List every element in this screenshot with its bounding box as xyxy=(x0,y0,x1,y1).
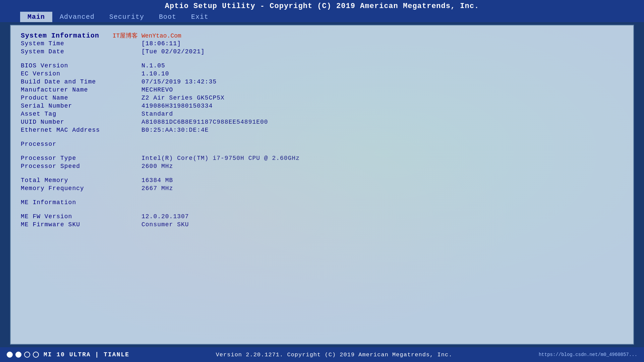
bottom-bar: MI 10 ULTRA | TIANLE Version 2.20.1271. … xyxy=(0,347,644,362)
watermark: IT屋博客 WenYtao.Com xyxy=(113,33,181,39)
info-row: Memory Frequency 2667 MHz xyxy=(21,184,623,192)
info-label: Asset Tag xyxy=(21,111,141,117)
info-row: Serial Number419086H31980150334 xyxy=(21,102,623,110)
info-value: A810881DC6B8E91187C988EE54891E00 xyxy=(141,119,268,125)
info-value: 1.10.10 xyxy=(141,70,169,77)
info-label: Build Date and Time xyxy=(21,78,141,85)
info-label: Total Memory xyxy=(21,177,141,184)
dot-indicators xyxy=(7,352,39,358)
info-label: System Date xyxy=(21,48,141,55)
info-label: System Time xyxy=(21,40,141,47)
info-label: Processor xyxy=(21,141,141,147)
dot-indicator xyxy=(15,352,21,358)
info-value: MECHREVO xyxy=(141,86,173,93)
info-row: UUID NumberA810881DC6B8E91187C988EE54891… xyxy=(21,118,623,126)
info-row: Manufacturer NameMECHREVO xyxy=(21,86,623,94)
info-row: Total Memory16384 MB xyxy=(21,176,623,184)
info-row: Build Date and Time07/15/2019 13:42:35 xyxy=(21,78,623,86)
menu-tab-exit[interactable]: Exit xyxy=(184,12,216,22)
bottom-label: MI 10 ULTRA | TIANLE xyxy=(44,351,129,358)
info-label: UUID Number xyxy=(21,119,141,125)
info-row: BIOS VersionN.1.05 xyxy=(21,62,623,70)
info-value: N.1.05 xyxy=(141,62,165,69)
dot-indicator xyxy=(7,352,13,358)
menu-tab-boot[interactable]: Boot xyxy=(152,12,184,22)
menu-tab-main[interactable]: Main xyxy=(20,12,52,22)
info-label: ME Information xyxy=(21,199,141,206)
section-title: System Information xyxy=(21,32,99,40)
info-row: Processor xyxy=(21,140,623,148)
info-label: Ethernet MAC Address xyxy=(21,127,141,133)
bottom-version: Version 2.20.1271. Copyright (C) 2019 Am… xyxy=(216,352,453,358)
info-row: System Date[Tue 02/02/2021] xyxy=(21,48,623,56)
info-label: ME Firmware SKU xyxy=(21,221,141,228)
info-value: 12.0.20.1307 xyxy=(141,213,189,220)
info-value: [Tue 02/02/2021] xyxy=(141,48,205,55)
info-label: Serial Number xyxy=(21,103,141,109)
info-row: Ethernet MAC AddressB0:25:AA:30:DE:4E xyxy=(21,126,623,134)
info-fields: System Time[18:06:11]System Date[Tue 02/… xyxy=(21,40,623,229)
menu-tabs: MainAdvancedSecurityBootExit xyxy=(0,12,644,22)
bios-screen: Aptio Setup Utility - Copyright (C) 2019… xyxy=(0,0,644,362)
info-row: Product NameZ2 Air Series GK5CP5X xyxy=(21,94,623,102)
info-value: Consumer SKU xyxy=(141,221,189,228)
info-label: Processor Speed xyxy=(21,163,141,170)
content-area: System Information IT屋博客 WenYtao.Com Sys… xyxy=(10,25,634,345)
info-value: B0:25:AA:30:DE:4E xyxy=(141,127,209,133)
info-row: Asset TagStandard xyxy=(21,110,623,118)
info-value: Z2 Air Series GK5CP5X xyxy=(141,95,225,101)
info-value: 16384 MB xyxy=(141,177,173,184)
info-label: EC Version xyxy=(21,70,141,77)
info-value: 419086H31980150334 xyxy=(141,103,213,109)
bottom-url: https://blog.csdn.net/m0_4960857... xyxy=(539,352,637,357)
section-header: System Information IT屋博客 WenYtao.Com xyxy=(21,32,623,40)
info-row: EC Version1.10.10 xyxy=(21,70,623,78)
info-value: 07/15/2019 13:42:35 xyxy=(141,78,217,85)
info-label: Processor Type xyxy=(21,155,141,162)
info-value: 2600 MHz xyxy=(141,163,173,170)
info-value: Standard xyxy=(141,111,173,117)
info-label: Manufacturer Name xyxy=(21,86,141,93)
bottom-left: MI 10 ULTRA | TIANLE xyxy=(7,351,129,358)
menu-tab-security[interactable]: Security xyxy=(102,12,152,22)
info-row: ME Firmware SKUConsumer SKU xyxy=(21,221,623,229)
info-row: ME Information xyxy=(21,198,623,206)
info-row: ME FW Version12.0.20.1307 xyxy=(21,213,623,221)
info-value: 2667 MHz xyxy=(141,185,173,192)
info-row: Processor Speed2600 MHz xyxy=(21,162,623,170)
info-label: Memory Frequency xyxy=(21,185,141,192)
header-title: Aptio Setup Utility - Copyright (C) 2019… xyxy=(0,2,644,12)
menu-tab-advanced[interactable]: Advanced xyxy=(52,12,102,22)
info-value: Intel(R) Core(TM) i7-9750H CPU @ 2.60GHz xyxy=(141,155,300,162)
info-label: BIOS Version xyxy=(21,62,141,69)
info-label: ME FW Version xyxy=(21,213,141,220)
info-row: Processor TypeIntel(R) Core(TM) i7-9750H… xyxy=(21,154,623,162)
info-row: System Time[18:06:11] xyxy=(21,40,623,48)
dot-indicator xyxy=(33,352,39,358)
dot-indicator xyxy=(24,352,30,358)
menu-bar: Aptio Setup Utility - Copyright (C) 2019… xyxy=(0,0,644,22)
info-label: Product Name xyxy=(21,95,141,101)
info-value: [18:06:11] xyxy=(141,40,181,47)
